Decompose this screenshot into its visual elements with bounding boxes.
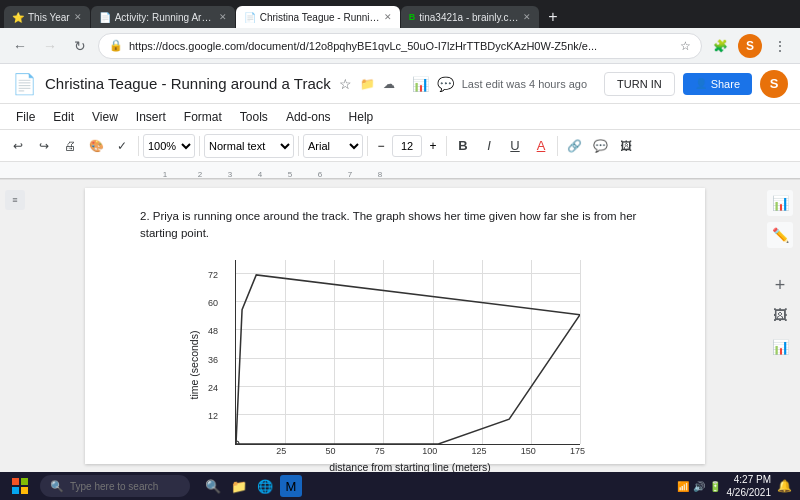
right-icon-1[interactable]: 📊 — [767, 190, 793, 216]
back-button[interactable]: ← — [8, 34, 32, 58]
font-size-increase[interactable]: + — [424, 134, 442, 158]
tab-docs-active[interactable]: 📄 Christina Teague - Running arou... ✕ — [236, 6, 400, 28]
italic-button[interactable]: I — [477, 134, 501, 158]
taskbar-apps: 🔍 📁 🌐 M — [202, 475, 302, 497]
font-select[interactable]: Arial — [303, 134, 363, 158]
undo-button[interactable]: ↩ — [6, 134, 30, 158]
address-bar[interactable]: 🔒 https://docs.google.com/document/d/12o… — [98, 33, 702, 59]
font-size-decrease[interactable]: − — [372, 134, 390, 158]
separator-1 — [138, 136, 139, 156]
color-button[interactable]: A — [529, 134, 553, 158]
menu-edit[interactable]: Edit — [45, 107, 82, 127]
share-label: Share — [711, 78, 740, 90]
tab-bar: ⭐ This Year ✕ 📄 Activity: Running Around… — [0, 0, 800, 28]
tab-favicon-1: ⭐ — [12, 12, 24, 23]
wifi-icon: 📶 — [677, 481, 689, 492]
taskbar-app-3[interactable]: 🌐 — [254, 475, 276, 497]
taskbar-app-2[interactable]: 📁 — [228, 475, 250, 497]
underline-button[interactable]: U — [503, 134, 527, 158]
menu-addons[interactable]: Add-ons — [278, 107, 339, 127]
refresh-button[interactable]: ↻ — [68, 34, 92, 58]
menu-file[interactable]: File — [8, 107, 43, 127]
menu-help[interactable]: Help — [341, 107, 382, 127]
taskbar-search-input[interactable] — [70, 481, 180, 492]
redo-button[interactable]: ↪ — [32, 134, 56, 158]
tab-this-year[interactable]: ⭐ This Year ✕ — [4, 6, 90, 28]
lock-icon: 🔒 — [109, 39, 123, 52]
user-avatar[interactable]: S — [760, 70, 788, 98]
docs-header: 📄 Christina Teague - Running around a Tr… — [0, 64, 800, 104]
tab-close-1[interactable]: ✕ — [74, 12, 82, 22]
forward-button[interactable]: → — [38, 34, 62, 58]
tab-brainly[interactable]: B tina3421a - brainly.com ✕ — [401, 6, 540, 28]
taskbar-left: 🔍 🔍 📁 🌐 M — [8, 474, 302, 498]
tab-favicon-2: 📄 — [99, 12, 111, 23]
menu-format[interactable]: Format — [176, 107, 230, 127]
y-tick-12: 12 — [208, 411, 218, 421]
tab-label-4: tina3421a - brainly.com — [419, 12, 519, 23]
x-tick-100: 100 — [422, 446, 437, 456]
sys-icons: 📶 🔊 🔋 — [677, 481, 721, 492]
last-edit: Last edit was 4 hours ago — [462, 78, 587, 90]
menu-insert[interactable]: Insert — [128, 107, 174, 127]
notification-button[interactable]: 🔔 — [777, 479, 792, 493]
nav-bar: ← → ↻ 🔒 https://docs.google.com/document… — [0, 28, 800, 64]
bold-button[interactable]: B — [451, 134, 475, 158]
profile-button[interactable]: S — [738, 34, 762, 58]
print-button[interactable]: 🖨 — [58, 134, 82, 158]
star-icon[interactable]: ☆ — [339, 76, 352, 92]
windows-start-button[interactable] — [8, 474, 32, 498]
x-axis-label: distance from starting line (meters) — [235, 461, 585, 473]
volume-icon: 🔊 — [693, 481, 705, 492]
chart-area: 12 24 36 48 60 72 — [235, 260, 580, 445]
address-text: https://docs.google.com/document/d/12o8p… — [129, 40, 597, 52]
menu-tools[interactable]: Tools — [232, 107, 276, 127]
separator-6 — [557, 136, 558, 156]
turn-in-button[interactable]: TURN IN — [604, 72, 675, 96]
right-icon-2[interactable]: ✏️ — [767, 222, 793, 248]
taskbar-app-4[interactable]: M — [280, 475, 302, 497]
zoom-select[interactable]: 100% — [143, 134, 195, 158]
y-tick-24: 24 — [208, 383, 218, 393]
right-icon-3[interactable]: 🖼 — [767, 302, 793, 328]
share-icon: 👤 — [695, 78, 707, 89]
image-button[interactable]: 🖼 — [614, 134, 638, 158]
comment-icon[interactable]: 💬 — [437, 76, 454, 92]
menu-dots-button[interactable]: ⋮ — [768, 34, 792, 58]
comment-button[interactable]: 💬 — [588, 134, 612, 158]
tab-close-2[interactable]: ✕ — [219, 12, 227, 22]
chart-icon[interactable]: 📊 — [412, 76, 429, 92]
graph-wrapper: time (seconds) — [205, 255, 585, 473]
style-select[interactable]: Normal text — [204, 134, 294, 158]
spellcheck-button[interactable]: ✓ — [110, 134, 134, 158]
new-tab-button[interactable]: + — [540, 6, 565, 28]
svg-rect-8 — [21, 487, 28, 494]
share-button[interactable]: 👤 Share — [683, 73, 752, 95]
bookmark-icon[interactable]: ☆ — [680, 39, 691, 53]
tab-activity[interactable]: 📄 Activity: Running Around the Tr... ✕ — [91, 6, 235, 28]
x-tick-25: 25 — [276, 446, 286, 456]
cloud-icon: ☁ — [383, 77, 395, 91]
right-add-icon[interactable]: + — [769, 274, 791, 296]
menu-view[interactable]: View — [84, 107, 126, 127]
tab-label-2: Activity: Running Around the Tr... — [115, 12, 215, 23]
font-size-input[interactable] — [392, 135, 422, 157]
tab-favicon-4: B — [409, 12, 416, 22]
folder-icon[interactable]: 📁 — [360, 77, 375, 91]
taskbar: 🔍 🔍 📁 🌐 M 📶 🔊 🔋 4:27 PM 4/26/2021 🔔 — [0, 472, 800, 500]
outline-icon[interactable]: ≡ — [5, 190, 25, 210]
extensions-button[interactable]: 🧩 — [708, 34, 732, 58]
taskbar-right: 📶 🔊 🔋 4:27 PM 4/26/2021 🔔 — [677, 473, 793, 499]
link-button[interactable]: 🔗 — [562, 134, 586, 158]
right-icon-4[interactable]: 📊 — [767, 334, 793, 360]
paint-format-button[interactable]: 🎨 — [84, 134, 108, 158]
svg-rect-6 — [21, 478, 28, 485]
tab-close-4[interactable]: ✕ — [523, 12, 531, 22]
ruler: 1 2 3 4 5 6 7 8 — [0, 162, 800, 180]
taskbar-search[interactable]: 🔍 — [40, 475, 190, 497]
x-tick-75: 75 — [375, 446, 385, 456]
taskbar-app-1[interactable]: 🔍 — [202, 475, 224, 497]
taskbar-clock: 4:27 PM 4/26/2021 — [727, 473, 772, 499]
tab-favicon-3: 📄 — [244, 12, 256, 23]
tab-close-3[interactable]: ✕ — [384, 12, 392, 22]
